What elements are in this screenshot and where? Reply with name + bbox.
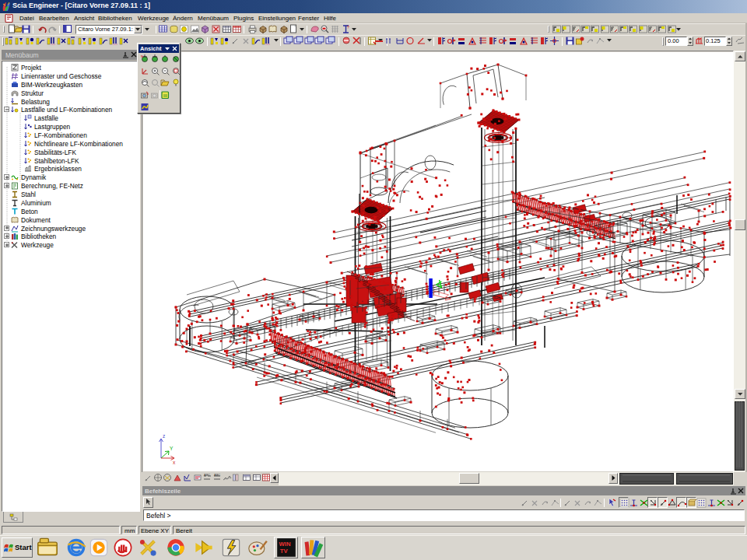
svg-text:ABC: ABC: [214, 473, 220, 477]
svg-text:Y: Y: [170, 446, 174, 451]
svg-text:x: x: [173, 460, 176, 465]
svg-text:?: ?: [347, 25, 349, 30]
svg-text:WIN: WIN: [279, 541, 291, 548]
svg-text:z: z: [163, 433, 165, 439]
svg-text:ABC: ABC: [204, 473, 210, 477]
svg-text:TV: TV: [280, 548, 289, 555]
svg-text:N: N: [141, 54, 143, 58]
